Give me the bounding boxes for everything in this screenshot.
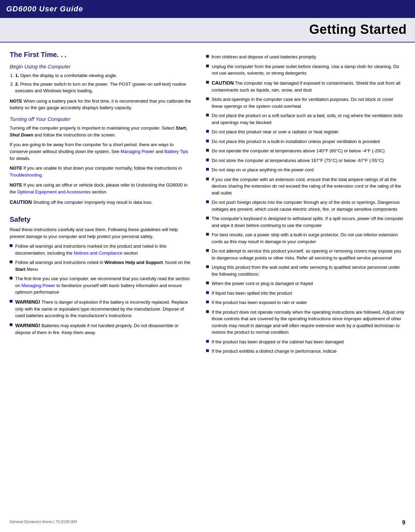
bullet-no-service: Do not attempt to service this product y… bbox=[206, 248, 405, 261]
bullet-icon bbox=[206, 291, 209, 294]
company-info: General Dynamics Itronix | 72-0136-004 bbox=[10, 520, 77, 526]
bullet-windows-help: Follow all warnings and instructions not… bbox=[10, 259, 192, 273]
bullet-warning-battery: WARNING! There is danger of explosion if… bbox=[10, 298, 192, 319]
safety-bullets-right: from children and dispose of used batter… bbox=[206, 54, 405, 355]
safety-intro: Read these instructions carefully and sa… bbox=[10, 226, 192, 240]
bullet-icon bbox=[10, 323, 12, 326]
steps-list: 1. Open the display to a comfortable vie… bbox=[15, 72, 192, 94]
document-title: GD6000 User Guide bbox=[6, 4, 83, 13]
bullet-icon bbox=[206, 249, 209, 252]
bullet-icon bbox=[10, 260, 12, 263]
bullet-icon bbox=[206, 97, 209, 100]
bullet-caution-contaminants: CAUTION The computer may be damaged if e… bbox=[206, 79, 405, 94]
note-1: NOTE When using a battery pack for the f… bbox=[10, 98, 192, 111]
bullet-icon bbox=[206, 349, 209, 352]
bullet-icon bbox=[10, 244, 12, 247]
first-time-heading: The First Time. . . bbox=[10, 51, 192, 59]
bullet-icon bbox=[206, 149, 209, 152]
bullet-surge-protector: For best results, use a power strip with… bbox=[206, 231, 405, 245]
optional-equipment-link[interactable]: Optional Equipment and Accessories bbox=[17, 189, 91, 194]
bullet-radiator: Do not place this product near or over a… bbox=[206, 129, 405, 135]
bullet-foreign-objects: Do not push foreign objects into the com… bbox=[206, 199, 405, 212]
bullet-unplug-servicing: Unplug this product from the wall outlet… bbox=[206, 264, 405, 277]
bullet-temperature-above: Do not operate the computer at temperatu… bbox=[206, 148, 405, 154]
bullet-extension-cord: If you use the computer with an extensio… bbox=[206, 176, 405, 197]
safety-heading: Safety bbox=[10, 216, 192, 224]
page-number: 9 bbox=[402, 520, 405, 526]
bullet-icon bbox=[206, 168, 209, 171]
bullet-rain-water: If the product has been exposed to rain … bbox=[206, 299, 405, 306]
bullet-icon bbox=[206, 178, 209, 180]
bullet-dropped: If the product has been dropped or the c… bbox=[206, 339, 405, 345]
bullet-not-operate-normally: If the product does not operate normally… bbox=[206, 309, 405, 336]
bullet-icon bbox=[206, 130, 209, 133]
battery-tips-link[interactable]: Battery Tips bbox=[164, 149, 188, 154]
left-column: The First Time. . . Begin Using the Comp… bbox=[0, 42, 199, 364]
getting-started-title: Getting Started bbox=[309, 22, 407, 37]
turning-off-subheading: Turning off Your Computer bbox=[10, 116, 192, 122]
bullet-power-cord: Do not step on or place anything on the … bbox=[206, 167, 405, 173]
turning-off-para1: Turning off the computer properly is imp… bbox=[10, 125, 192, 139]
bullet-icon bbox=[206, 340, 209, 343]
bullet-unplug-cleaning: Unplug the computer from the power outle… bbox=[206, 63, 405, 77]
bullet-temperature-store: Do not store the computer at temperature… bbox=[206, 157, 405, 164]
getting-started-section: Getting Started bbox=[0, 18, 415, 42]
bullet-icon bbox=[10, 300, 12, 303]
note-text-1: When using a battery pack for the first … bbox=[10, 98, 191, 111]
bullet-icon bbox=[206, 217, 209, 219]
bullet-icon bbox=[206, 265, 209, 268]
bullet-warning-batteries-explode: WARNING! Batteries may explode if not ha… bbox=[10, 322, 192, 336]
bullet-icon bbox=[206, 55, 209, 58]
bullet-icon bbox=[206, 159, 209, 161]
right-column: from children and dispose of used batter… bbox=[199, 42, 415, 364]
bullet-distinct-change: If the product exhibits a distinct chang… bbox=[206, 348, 405, 355]
bullet-liquid-spilled: If liquid has been spilled into the prod… bbox=[206, 290, 405, 297]
bullet-cord-damaged: When the power cord or plug is damaged o… bbox=[206, 280, 405, 287]
bullet-icon bbox=[206, 65, 209, 67]
step-1: 1. Open the display to a comfortable vie… bbox=[15, 72, 192, 79]
bullet-keyboard-spills: The computer's keyboard is designed to w… bbox=[206, 215, 405, 229]
main-content: The First Time. . . Begin Using the Comp… bbox=[0, 42, 415, 364]
header-bar: GD6000 User Guide bbox=[0, 0, 415, 18]
bullet-children-batteries: from children and dispose of used batter… bbox=[206, 54, 405, 60]
bullet-managing-power: The first time you use your computer, we… bbox=[10, 275, 192, 296]
managing-power-link-2[interactable]: Managing Power bbox=[21, 283, 55, 288]
bullet-icon bbox=[10, 277, 12, 279]
bullet-notices: Follow all warnings and instructions mar… bbox=[10, 243, 192, 256]
turning-off-para2: If you are going to be away from the com… bbox=[10, 141, 192, 162]
step-2: 2. Press the power switch to turn on the… bbox=[15, 81, 192, 94]
bullet-icon bbox=[206, 81, 209, 84]
note-label-1: NOTE bbox=[10, 98, 22, 104]
bullet-icon bbox=[206, 282, 209, 284]
bullet-icon bbox=[206, 301, 209, 303]
bullet-ventilation: Slots and openings in the computer case … bbox=[206, 96, 405, 110]
bullet-built-in-installation: Do not place this product in a built-in … bbox=[206, 138, 405, 145]
managing-power-link-1[interactable]: Managing Power bbox=[121, 149, 155, 154]
caution-1: CAUTION Shutting off the computer improp… bbox=[10, 199, 192, 206]
safety-bullets-left: Follow all warnings and instructions mar… bbox=[10, 243, 192, 336]
bullet-icon bbox=[206, 114, 209, 116]
begin-subheading: Begin Using the Computer bbox=[10, 64, 192, 69]
bullet-soft-surface: Do not place the product on a soft surfa… bbox=[206, 112, 405, 126]
notices-compliance-link[interactable]: Notices and Compliance bbox=[74, 250, 122, 256]
footer: General Dynamics Itronix | 72-0136-004 9 bbox=[0, 520, 415, 526]
troubleshooting-link[interactable]: Troubleshooting bbox=[10, 172, 42, 178]
bullet-icon bbox=[206, 140, 209, 142]
bullet-icon bbox=[206, 310, 209, 313]
note-2: NOTE If you are unable to shut down your… bbox=[10, 165, 192, 178]
bullet-icon bbox=[206, 200, 209, 203]
bullet-icon bbox=[206, 233, 209, 236]
note-3: NOTE If you are using an office or vehic… bbox=[10, 182, 192, 195]
